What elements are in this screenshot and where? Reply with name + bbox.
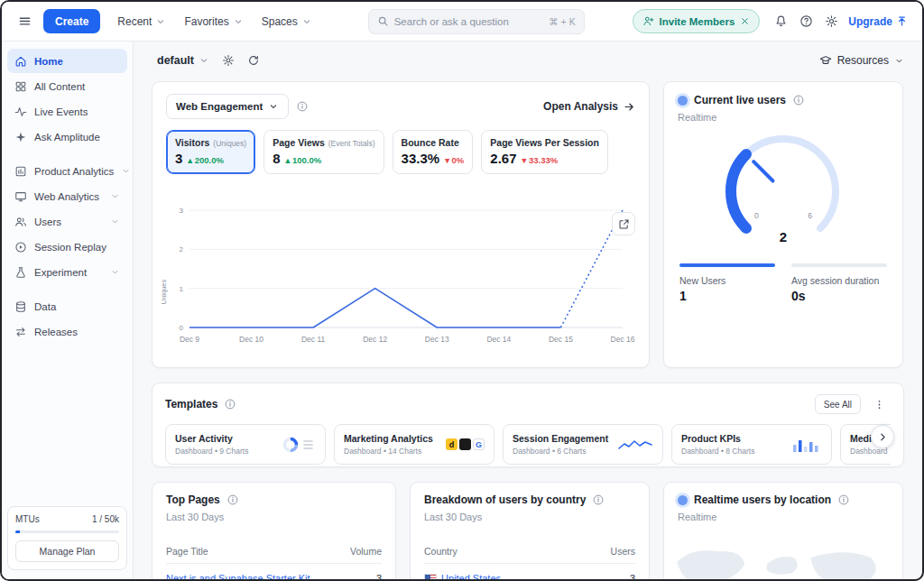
svg-text:Dec 9: Dec 9: [180, 335, 199, 344]
info-icon[interactable]: [592, 493, 605, 506]
manage-plan-button[interactable]: Manage Plan: [15, 540, 119, 562]
mtu-usage-panel: MTUs1 / 50k Manage Plan: [7, 506, 127, 570]
templates-menu-button[interactable]: [867, 392, 891, 416]
avg-session-bar: [791, 263, 887, 267]
sidebar-item-ask-amplitude[interactable]: Ask Amplitude: [7, 124, 127, 149]
avg-session-stat: Avg session duration 0s: [791, 263, 887, 303]
resources-button[interactable]: Resources: [819, 54, 904, 67]
dashboard-content: Web Engagement Open Analysis Visitors(Un…: [134, 79, 922, 579]
create-button[interactable]: Create: [43, 9, 100, 33]
sidebar-item-experiment[interactable]: Experiment: [7, 260, 127, 284]
see-all-button[interactable]: See All: [815, 394, 861, 414]
table-header: Page TitleVolume: [166, 546, 382, 564]
country-breakdown-card: Breakdown of users by country Last 30 Da…: [410, 482, 650, 579]
invite-members-button[interactable]: Invite Members: [633, 9, 761, 33]
svg-text:Dec 10: Dec 10: [239, 335, 263, 344]
sidebar-item-product-analytics[interactable]: Product Analytics: [7, 159, 127, 183]
svg-text:0: 0: [754, 211, 759, 220]
close-icon[interactable]: [740, 16, 750, 26]
template-card-marketing-analytics[interactable]: Marketing AnalyticsDashboard • 14 Charts…: [334, 424, 494, 465]
export-chart-button[interactable]: [612, 212, 635, 235]
volume-value: 3: [376, 573, 382, 579]
board-selector[interactable]: default: [152, 54, 215, 67]
template-card-session-engagement[interactable]: Session EngagementDashboard • 6 Charts: [503, 424, 663, 465]
page-title-link[interactable]: Next.js and Supabase Starter Kit: [166, 573, 310, 579]
bar-chart-icon: [791, 436, 822, 454]
upgrade-button[interactable]: Upgrade: [845, 15, 911, 28]
settings-button[interactable]: [819, 10, 843, 33]
country-link[interactable]: United States: [424, 573, 501, 579]
refresh-icon: [247, 54, 260, 67]
chevron-down-icon: [110, 191, 120, 201]
template-card-user-activity[interactable]: User ActivityDashboard • 9 Charts: [165, 424, 326, 465]
gear-icon: [825, 14, 838, 28]
sidebar-item-releases[interactable]: Releases: [7, 319, 127, 344]
board-settings-button[interactable]: [217, 49, 240, 72]
metric-tile-page-views-per-session[interactable]: Page Views Per Session 2.67▾ 33.33%: [481, 130, 608, 174]
carousel-next-button[interactable]: [871, 425, 894, 448]
graduation-cap-icon: [819, 54, 832, 67]
info-icon[interactable]: [224, 398, 236, 410]
board-header: default Resources: [134, 42, 922, 79]
template-card-product-kpis[interactable]: Product KPIsDashboard • 8 Charts: [671, 424, 832, 465]
monitor-icon: [14, 190, 27, 203]
refresh-button[interactable]: [242, 49, 265, 72]
svg-text:3: 3: [180, 207, 184, 215]
pulse-icon: [14, 106, 27, 118]
delta-badge: ▾ 33.33%: [522, 155, 559, 165]
main-content: default Resources Web Engagement Open An…: [134, 42, 922, 579]
metric-tile-bounce-rate[interactable]: Bounce Rate 33.3%▾ 0%: [393, 130, 474, 174]
info-icon[interactable]: [792, 94, 805, 106]
mtu-progress-bar: [15, 530, 119, 533]
metric-set-selector[interactable]: Web Engagement: [166, 94, 289, 119]
sidebar-item-data[interactable]: Data: [7, 294, 127, 318]
metric-tile-visitors[interactable]: Visitors(Uniques) 3▴ 200.0%: [166, 130, 255, 174]
sidebar-item-users[interactable]: Users: [7, 209, 127, 234]
top-navbar: Create Recent Favorites Spaces Search or…: [2, 2, 922, 42]
sidebar-item-home[interactable]: Home: [7, 49, 127, 73]
world-map: [664, 539, 902, 579]
favorites-menu[interactable]: Favorites: [176, 9, 251, 33]
live-users-gauge: 062: [693, 132, 873, 251]
info-icon[interactable]: [226, 493, 239, 506]
info-icon[interactable]: [837, 493, 850, 506]
templates-carousel: User ActivityDashboard • 9 Charts Market…: [165, 424, 891, 465]
flask-icon: [14, 266, 27, 279]
sidebar-item-web-analytics[interactable]: Web Analytics: [7, 184, 127, 208]
sidebar-item-session-replay[interactable]: Session Replay: [7, 235, 127, 259]
metric-tile-page-views[interactable]: Page Views(Event Totals) 8▴ 100.0%: [263, 130, 383, 174]
chevron-down-icon: [110, 217, 120, 226]
y-axis-label: Uniques: [160, 280, 168, 305]
help-button[interactable]: [794, 10, 818, 33]
open-analysis-link[interactable]: Open Analysis: [543, 100, 635, 113]
realtime-location-card: Realtime users by location Realtime: [663, 482, 903, 579]
engagement-line-chart[interactable]: 0123Dec 9Dec 10Dec 11Dec 12Dec 13Dec 14D…: [166, 205, 637, 347]
table-header: CountryUsers: [424, 546, 635, 564]
notifications-button[interactable]: [769, 10, 792, 33]
users-icon: [14, 216, 27, 228]
table-row: United States 3: [424, 573, 635, 579]
current-live-users-card: Current live users Realtime 062 New User…: [663, 81, 903, 368]
svg-text:Dec 16: Dec 16: [611, 335, 635, 344]
web-engagement-card: Web Engagement Open Analysis Visitors(Un…: [152, 81, 650, 368]
chevron-down-icon: [894, 56, 904, 66]
bell-icon: [774, 14, 788, 28]
donut-chart-icon: [282, 436, 316, 454]
delta-badge: ▴ 200.0%: [188, 155, 224, 165]
svg-text:2: 2: [780, 229, 787, 244]
arrow-right-icon: [624, 101, 635, 113]
kebab-icon: [873, 399, 885, 410]
sidebar-item-live-events[interactable]: Live Events: [7, 99, 127, 124]
info-icon[interactable]: [296, 100, 309, 113]
chevron-down-icon: [233, 16, 244, 27]
sidebar-item-all-content[interactable]: All Content: [7, 74, 127, 98]
svg-text:2: 2: [180, 245, 184, 254]
table-row: Next.js and Supabase Starter Kit 3: [166, 573, 382, 579]
top-pages-card: Top Pages Last 30 Days Page TitleVolume …: [152, 482, 396, 579]
main-menu-button[interactable]: [13, 10, 36, 33]
spaces-menu[interactable]: Spaces: [254, 9, 320, 33]
mtu-value: 1 / 50k: [92, 514, 119, 524]
recent-menu[interactable]: Recent: [109, 9, 174, 33]
search-input[interactable]: Search or ask a question ⌘ + K: [368, 9, 585, 34]
search-shortcut: ⌘ + K: [549, 16, 575, 27]
